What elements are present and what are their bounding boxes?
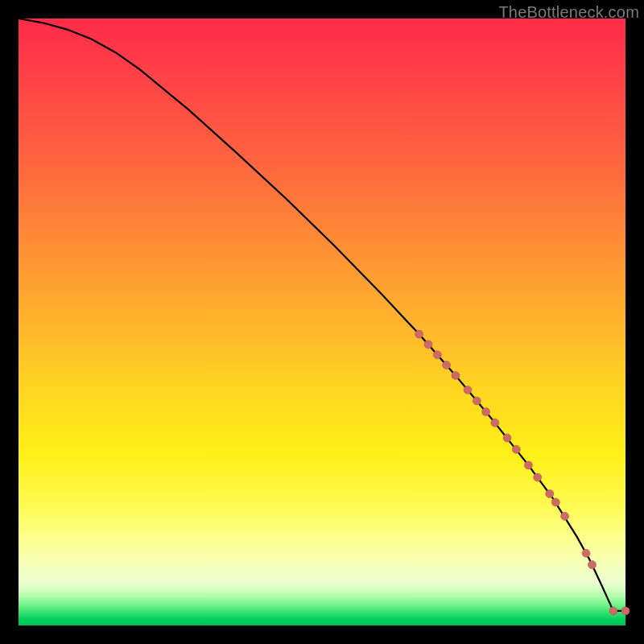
scatter-point (424, 341, 432, 349)
scatter-point (464, 386, 472, 394)
scatter-point (534, 473, 542, 481)
scatter-point (524, 461, 532, 469)
scatter-point (473, 397, 481, 405)
scatter-point (546, 489, 554, 497)
curve-line (19, 19, 601, 584)
chart-stage: TheBottleneck.com (0, 0, 644, 644)
scatter-point (415, 330, 423, 338)
scatter-point (621, 607, 630, 615)
scatter-point (503, 434, 511, 442)
scatter-point (588, 561, 597, 569)
scatter-point (551, 498, 559, 506)
scatter-point (609, 607, 617, 615)
chart-overlay (0, 0, 644, 644)
scatter-point (443, 361, 451, 369)
scatter-point (482, 408, 490, 416)
scatter-point (512, 445, 520, 453)
scatter-point (433, 351, 441, 359)
scatter-point (491, 419, 499, 427)
scatter-point (561, 512, 569, 520)
scatter-markers (415, 330, 630, 615)
scatter-point (452, 371, 460, 379)
scatter-point (582, 549, 590, 557)
